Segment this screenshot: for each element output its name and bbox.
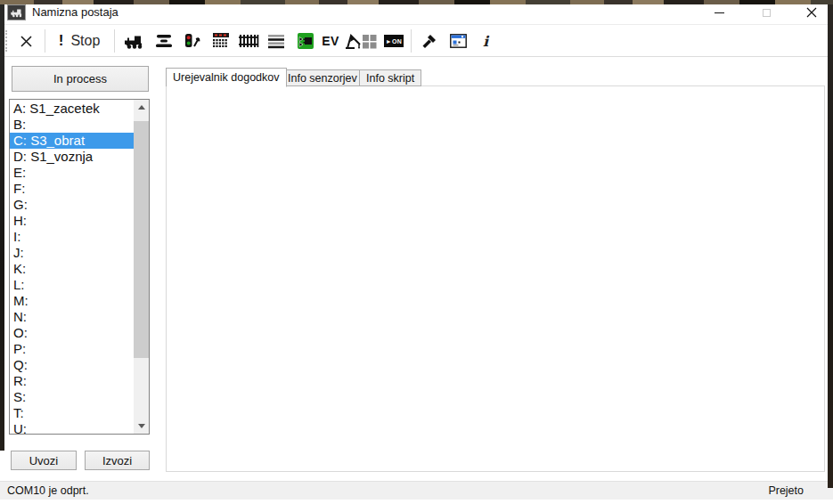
status-com-port: COM10 je odprt. — [7, 484, 89, 497]
event-list: A: S1_zacetekB:C: S3_obratD: S1_voznjaE:… — [10, 101, 134, 435]
decoder-programming-icon — [297, 32, 314, 50]
application-window: Namizna postaja ! Stop — [0, 0, 833, 504]
dialog-window-icon — [450, 34, 467, 48]
list-item[interactable]: E: — [10, 165, 134, 181]
info-icon: i — [483, 33, 488, 50]
list-item[interactable]: P: — [10, 341, 134, 357]
tab-event-editor[interactable]: Urejevalnik dogodkov — [166, 68, 287, 87]
list-item[interactable]: I: — [10, 229, 134, 245]
toolbar-separator — [45, 29, 45, 53]
scrollbar-thumb[interactable] — [134, 121, 149, 358]
list-item[interactable]: R: — [10, 373, 134, 389]
desktop-edge-right — [828, 0, 833, 488]
track-button[interactable] — [236, 28, 261, 53]
list-item[interactable]: J: — [10, 245, 134, 261]
list-item[interactable]: B: — [10, 117, 134, 133]
track-icon — [238, 34, 259, 48]
list-item[interactable]: S: — [10, 389, 134, 405]
grid-squares-icon — [362, 34, 377, 49]
delete-x-icon — [20, 35, 33, 48]
list-item[interactable]: M: — [10, 293, 134, 309]
toolbar: ! Stop EV — [0, 25, 833, 57]
desktop-edge-bottom — [0, 0, 833, 4]
signal-icon — [183, 32, 202, 50]
status-bar: COM10 je odprt. Prejeto — [0, 481, 833, 500]
scroll-down-icon[interactable] — [134, 419, 149, 434]
close-icon — [806, 7, 817, 18]
scroll-up-icon[interactable] — [134, 100, 149, 115]
info-button[interactable]: i — [475, 28, 496, 53]
toolbar-separator — [411, 29, 412, 53]
keypad-icon — [212, 32, 230, 50]
ev-icon: EV — [322, 34, 339, 48]
list-item[interactable]: L: — [10, 277, 134, 293]
hammer-icon — [421, 33, 437, 49]
list-item[interactable]: H: — [10, 213, 134, 229]
minimize-icon — [715, 12, 724, 13]
stop-label: Stop — [70, 33, 100, 49]
list-item[interactable]: D: S1_voznja — [10, 149, 134, 165]
throttle-button[interactable] — [151, 28, 176, 53]
window-dialog-button[interactable] — [445, 28, 470, 53]
list-icon — [267, 34, 285, 49]
maximize-icon — [763, 9, 771, 17]
export-button[interactable]: Izvozi — [85, 451, 150, 470]
list-item[interactable]: N: — [10, 309, 134, 325]
import-button[interactable]: Uvozi — [11, 451, 77, 470]
tab-content-panel — [166, 85, 825, 472]
list-item[interactable]: T: — [10, 405, 134, 421]
power-on-icon: ►ON — [384, 35, 404, 47]
app-train-icon — [7, 4, 26, 20]
listbox-scrollbar[interactable] — [134, 100, 149, 434]
list-item[interactable]: G: — [10, 197, 134, 213]
status-received: Prejeto — [768, 484, 804, 497]
list-item[interactable]: F: — [10, 181, 134, 197]
event-listbox[interactable]: A: S1_zacetekB:C: S3_obratD: S1_voznjaE:… — [9, 99, 150, 435]
throttle-icon — [154, 33, 174, 49]
window-title: Namizna postaja — [32, 5, 118, 19]
signal-button[interactable] — [180, 28, 205, 53]
tools-button[interactable] — [417, 28, 442, 53]
exclamation-icon: ! — [59, 32, 64, 50]
in-process-button[interactable]: In process — [12, 66, 149, 92]
locomotive-button[interactable] — [121, 28, 146, 53]
list-item[interactable]: C: S3_obrat — [10, 133, 134, 149]
tab-script-info[interactable]: Info skript — [359, 69, 421, 86]
keypad-button[interactable] — [208, 28, 233, 53]
stop-button[interactable]: ! Stop — [52, 28, 107, 53]
list-item[interactable]: U: — [10, 421, 134, 435]
layout-grid-button[interactable] — [357, 28, 380, 53]
event-list-button[interactable] — [264, 28, 289, 53]
list-item[interactable]: A: S1_zacetek — [10, 101, 134, 117]
list-item[interactable]: Q: — [10, 357, 134, 373]
toolbar-gripper[interactable] — [5, 30, 8, 52]
list-item[interactable]: O: — [10, 325, 134, 341]
tab-sensor-info[interactable]: Info senzorjev — [281, 69, 364, 86]
desktop-edge-left — [0, 0, 4, 451]
delete-event-button[interactable] — [14, 28, 37, 53]
power-on-button[interactable]: ►ON — [382, 28, 405, 53]
toolbar-separator — [114, 29, 115, 53]
list-item[interactable]: K: — [10, 261, 134, 277]
locomotive-icon — [123, 32, 144, 50]
programming-button[interactable] — [293, 28, 318, 53]
